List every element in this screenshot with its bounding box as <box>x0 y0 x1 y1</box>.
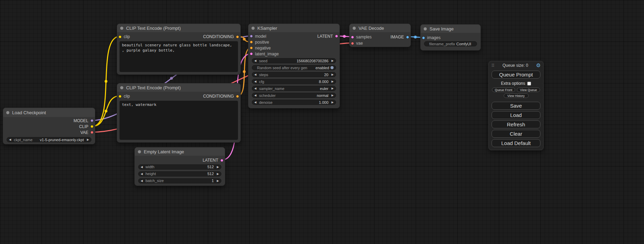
collapse-dot-icon[interactable] <box>120 27 123 30</box>
increment-arrow-icon[interactable]: ▶ <box>85 137 89 142</box>
increment-arrow-icon[interactable]: ▶ <box>215 171 219 177</box>
widget-height[interactable]: ◀ height 512 ▶ <box>138 171 221 177</box>
menu-header: ⠿ Queue size: 0 ⚙ <box>489 61 543 69</box>
output-slot-vae[interactable] <box>90 131 94 134</box>
output-slot-image[interactable] <box>406 36 409 39</box>
widget-width[interactable]: ◀ width 512 ▶ <box>138 164 221 170</box>
input-slot-negative[interactable] <box>250 46 253 49</box>
output-slot-model[interactable] <box>90 119 94 122</box>
output-slot-conditioning[interactable] <box>236 95 239 98</box>
decrement-arrow-icon[interactable]: ◀ <box>141 178 144 183</box>
output-row-latent: LATENT <box>317 33 339 39</box>
input-slot-positive[interactable] <box>250 40 253 44</box>
refresh-button[interactable]: Refresh <box>492 120 540 128</box>
widget-label: seed <box>258 59 295 63</box>
input-slot-clip[interactable] <box>118 35 122 38</box>
increment-arrow-icon[interactable]: ▶ <box>330 86 334 91</box>
queue-prompt-button[interactable]: Queue Prompt <box>492 71 540 79</box>
collapse-dot-icon[interactable] <box>6 111 9 114</box>
collapse-dot-icon[interactable] <box>138 150 141 153</box>
collapse-dot-icon[interactable] <box>252 27 255 30</box>
slot-row: clip CONDITIONING <box>117 92 240 101</box>
increment-arrow-icon[interactable]: ▶ <box>330 100 334 105</box>
node-title-bar[interactable]: KSampler <box>248 24 339 32</box>
widget-label: denoise <box>258 100 317 105</box>
input-row-images: images <box>421 35 480 41</box>
link-midpoint <box>243 70 246 73</box>
extra-options-checkbox[interactable] <box>527 82 531 85</box>
widget-seed[interactable]: ◀ seed 156680208700286 ▶ <box>252 58 336 63</box>
increment-arrow-icon[interactable]: ▶ <box>330 72 334 77</box>
widget-scheduler[interactable]: ◀ scheduler normal ▶ <box>252 93 336 98</box>
queue-front-button[interactable]: Queue Front <box>492 88 515 92</box>
decrement-arrow-icon[interactable]: ◀ <box>254 58 258 63</box>
widget-ckpt-name[interactable]: ◀ ckpt_name v1-5-pruned-emaonly.ckpt ▶ <box>7 137 91 142</box>
view-history-button[interactable]: View History <box>504 93 529 98</box>
prompt-textarea[interactable]: beautiful scenery nature glass bottle la… <box>120 41 238 72</box>
decrement-arrow-icon[interactable]: ◀ <box>254 93 258 98</box>
decrement-arrow-icon[interactable]: ◀ <box>254 86 258 91</box>
node-title-bar[interactable]: CLIP Text Encode (Prompt) <box>117 83 240 92</box>
node-graph-canvas[interactable]: Load Checkpoint MODEL CLIP VAE ◀ ckpt_na… <box>0 0 644 244</box>
load-button[interactable]: Load <box>492 111 540 119</box>
widget-denoise[interactable]: ◀ denoise 1.000 ▶ <box>252 100 336 105</box>
drag-handle-icon[interactable]: ⠿ <box>491 63 495 68</box>
input-slot-images[interactable] <box>422 36 425 39</box>
input-row-latent-image: latent_image <box>248 51 339 57</box>
save-button[interactable]: Save <box>492 102 540 110</box>
increment-arrow-icon[interactable]: ▶ <box>215 178 219 183</box>
prompt-textarea[interactable]: text, watermark <box>120 101 238 140</box>
output-label: CONDITIONING <box>203 34 234 39</box>
widget-batch-size[interactable]: ◀ batch_size 1 ▶ <box>138 178 221 183</box>
input-slot-latent-image[interactable] <box>250 52 253 55</box>
node-load-checkpoint[interactable]: Load Checkpoint MODEL CLIP VAE ◀ ckpt_na… <box>3 108 95 144</box>
node-title-bar[interactable]: Load Checkpoint <box>3 108 95 117</box>
settings-gear-icon[interactable]: ⚙ <box>536 62 541 69</box>
collapse-dot-icon[interactable] <box>424 27 427 30</box>
input-label: latent_image <box>255 52 279 56</box>
output-slot-conditioning[interactable] <box>236 35 239 38</box>
clear-button[interactable]: Clear <box>492 130 540 138</box>
input-slot-vae[interactable] <box>351 42 354 45</box>
output-row-vae: VAE <box>3 129 95 135</box>
node-empty-latent-image[interactable]: Empty Latent Image LATENT ◀ width 512 ▶ … <box>134 147 225 186</box>
node-title-bar[interactable]: Save Image <box>421 25 480 33</box>
input-slot-clip[interactable] <box>118 95 122 98</box>
increment-arrow-icon[interactable]: ▶ <box>330 79 334 84</box>
increment-arrow-icon[interactable]: ▶ <box>330 93 334 98</box>
node-clip-text-encode-negative[interactable]: CLIP Text Encode (Prompt) clip CONDITION… <box>117 83 241 143</box>
output-row-latent: LATENT <box>135 157 225 163</box>
input-slot-samples[interactable] <box>351 36 354 39</box>
load-default-button[interactable]: Load Default <box>492 139 540 147</box>
widget-random-seed-toggle[interactable]: Random seed after every gen enabled <box>252 65 336 70</box>
widget-sampler-name[interactable]: ◀ sampler_name euler ▶ <box>252 86 336 91</box>
input-slot-model[interactable] <box>250 35 253 38</box>
node-clip-text-encode-positive[interactable]: CLIP Text Encode (Prompt) clip CONDITION… <box>117 24 241 75</box>
decrement-arrow-icon[interactable]: ◀ <box>254 72 258 77</box>
decrement-arrow-icon[interactable]: ◀ <box>254 79 258 84</box>
node-title-bar[interactable]: VAE Decode <box>350 24 411 32</box>
node-vae-decode[interactable]: VAE Decode IMAGE samples vae <box>349 24 411 47</box>
node-title-bar[interactable]: Empty Latent Image <box>135 147 225 156</box>
node-title-bar[interactable]: CLIP Text Encode (Prompt) <box>117 24 240 32</box>
view-queue-button[interactable]: View Queue <box>517 88 540 92</box>
increment-arrow-icon[interactable]: ▶ <box>330 58 334 63</box>
widget-filename-prefix[interactable]: filename_prefix ComfyUI <box>424 41 477 46</box>
increment-arrow-icon[interactable]: ▶ <box>215 164 219 170</box>
collapse-dot-icon[interactable] <box>353 27 356 30</box>
decrement-arrow-icon[interactable]: ◀ <box>141 171 144 177</box>
output-slot-clip[interactable] <box>90 125 94 128</box>
collapse-dot-icon[interactable] <box>120 86 123 89</box>
queue-size-label: Queue size: 0 <box>495 63 536 68</box>
widget-steps[interactable]: ◀ steps 20 ▶ <box>252 72 336 77</box>
output-slot-latent[interactable] <box>220 159 223 162</box>
output-row-image: IMAGE <box>390 34 411 40</box>
link-midpoint <box>414 36 417 38</box>
decrement-arrow-icon[interactable]: ◀ <box>9 137 13 142</box>
widget-cfg[interactable]: ◀ cfg 8.000 ▶ <box>252 79 336 84</box>
decrement-arrow-icon[interactable]: ◀ <box>254 100 258 105</box>
node-save-image[interactable]: Save Image images filename_prefix ComfyU… <box>420 24 481 51</box>
output-slot-latent[interactable] <box>335 35 338 38</box>
decrement-arrow-icon[interactable]: ◀ <box>141 164 144 170</box>
node-ksampler[interactable]: KSampler LATENT model positive negative … <box>248 24 340 108</box>
